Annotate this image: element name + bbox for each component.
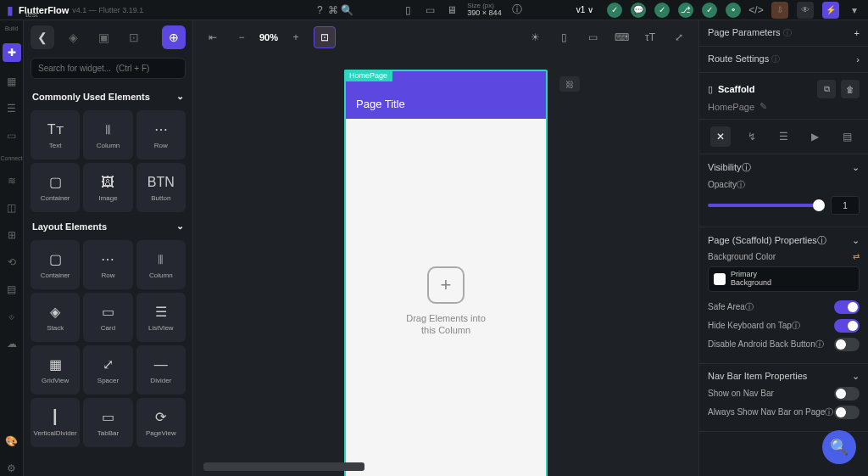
comments-icon[interactable]: 💬 xyxy=(631,3,646,18)
link-icon[interactable]: ⛓ xyxy=(559,76,580,92)
device-tablet-icon[interactable]: ▭ xyxy=(423,3,437,17)
delete-button[interactable]: 🗑 xyxy=(841,80,860,98)
widget-search-input[interactable] xyxy=(31,58,186,79)
rail-widgets-button[interactable]: ✚ xyxy=(3,43,21,62)
opacity-slider[interactable] xyxy=(708,204,824,207)
prop-tab-tools-icon[interactable]: ✕ xyxy=(710,126,731,147)
widget-layout-column[interactable]: ⦀Column xyxy=(136,240,186,289)
opacity-value[interactable]: 1 xyxy=(831,196,860,215)
widget-layout-gridview[interactable]: ▦GridView xyxy=(31,345,80,395)
show-nav-toggle[interactable] xyxy=(834,387,860,400)
bg-color-chip[interactable]: PrimaryBackground xyxy=(708,266,860,292)
keyboard-shortcuts-icon[interactable]: ⌘ xyxy=(326,3,340,17)
always-nav-toggle[interactable] xyxy=(834,406,860,419)
search-icon[interactable]: 🔍 xyxy=(340,3,353,17)
preview-button[interactable]: 👁 xyxy=(797,2,814,19)
widget-layout-verticaldivider[interactable]: ┃VerticalDivider xyxy=(31,398,80,447)
branch-icon[interactable]: ⎇ xyxy=(678,3,693,18)
rail-custom-icon[interactable]: ⟐ xyxy=(4,309,19,324)
search-fab[interactable]: 🔍 xyxy=(822,430,856,464)
safe-area-toggle[interactable] xyxy=(834,300,860,314)
rail-tree-icon[interactable]: ☰ xyxy=(4,101,19,116)
size-value: 390 × 844 xyxy=(467,9,501,17)
hide-keyboard-toggle[interactable] xyxy=(834,319,860,333)
widget-common-column[interactable]: ⦀Column xyxy=(83,110,132,160)
issues-icon[interactable]: ⚬ xyxy=(726,3,741,18)
templates-icon[interactable]: ◈ xyxy=(61,25,85,49)
prop-tab-backend-icon[interactable]: ☰ xyxy=(773,126,793,147)
zoom-in-button[interactable]: + xyxy=(285,26,307,48)
widget-layout-spacer[interactable]: ⤢Spacer xyxy=(83,345,132,395)
section-common-header[interactable]: Commonly Used Elements ⌄ xyxy=(24,86,192,107)
copy-button[interactable]: ⧉ xyxy=(817,80,836,98)
canvas-resize-icon[interactable]: ⤢ xyxy=(668,26,690,48)
run-button[interactable]: ⚡ xyxy=(822,2,839,19)
widget-layout-card[interactable]: ▭Card xyxy=(83,293,132,342)
rail-data-icon[interactable]: ◫ xyxy=(4,200,19,216)
edit-icon[interactable]: ✎ xyxy=(760,101,767,112)
widget-layout-tabbar[interactable]: ▭TabBar xyxy=(83,398,132,447)
rail-storyboard-icon[interactable]: ▭ xyxy=(4,128,19,143)
back-button[interactable]: ❮ xyxy=(31,25,54,49)
device-frame[interactable]: HomePage Page Title + Drag Elements into… xyxy=(344,70,548,476)
widget-layout-listview[interactable]: ☰ListView xyxy=(136,293,186,342)
visibility-header[interactable]: Visibilityⓘ ⌄ xyxy=(708,161,860,174)
rail-appstate-icon[interactable]: ⊞ xyxy=(4,227,19,243)
brightness-icon[interactable]: ☀ xyxy=(524,26,546,48)
canvas-mode-button[interactable]: ⊡ xyxy=(314,26,336,48)
rail-theme-icon[interactable]: 🎨 xyxy=(4,434,19,449)
status-check2-icon[interactable]: ✓ xyxy=(654,3,670,18)
version-dropdown[interactable]: v1 ∨ xyxy=(571,3,598,16)
run-dropdown-icon[interactable]: ▾ xyxy=(848,3,861,17)
prop-tab-docs-icon[interactable]: ▤ xyxy=(837,126,857,147)
device-desktop-icon[interactable]: 🖥 xyxy=(445,3,459,17)
components-icon[interactable]: ▣ xyxy=(92,25,115,49)
drop-zone[interactable]: + Drag Elements intothis Column xyxy=(346,119,546,476)
bg-color-label: Background Color xyxy=(708,252,776,261)
chevron-down-icon: ⌄ xyxy=(852,162,860,173)
widget-common-image[interactable]: 🖼Image xyxy=(83,163,132,212)
widget-layout-container[interactable]: ▢Container xyxy=(31,240,80,289)
rail-pages-icon[interactable]: ▦ xyxy=(4,74,19,89)
image-icon: 🖼 xyxy=(97,174,118,191)
scaffold-props-header[interactable]: Page (Scaffold) Propertiesⓘ ⌄ xyxy=(708,234,860,247)
widget-layout-stack[interactable]: ◈Stack xyxy=(31,293,80,342)
widget-common-text[interactable]: TᴛText xyxy=(31,110,80,160)
prop-tab-actions-icon[interactable]: ↯ xyxy=(742,126,762,147)
add-widget-button[interactable]: ⊕ xyxy=(162,25,186,49)
canvas-keyboard-icon[interactable]: ⌨ xyxy=(610,26,632,48)
fit-icon[interactable]: ⇤ xyxy=(202,26,224,48)
plus-icon[interactable]: + xyxy=(854,28,860,38)
status-check3-icon[interactable]: ✓ xyxy=(702,3,717,18)
page-parameters-row[interactable]: Page Parametersⓘ + xyxy=(699,20,868,47)
widget-layout-row[interactable]: ⋯Row xyxy=(83,240,132,289)
section-layout-header[interactable]: Layout Elements ⌄ xyxy=(24,216,192,237)
prop-tab-animations-icon[interactable]: ▶ xyxy=(805,126,826,147)
canvas-phone-icon[interactable]: ▯ xyxy=(553,26,575,48)
canvas-text-icon[interactable]: τT xyxy=(639,26,661,48)
rail-settings-icon[interactable]: ⚙ xyxy=(4,461,19,476)
rail-api-icon[interactable]: ⟲ xyxy=(4,255,19,270)
size-info-icon[interactable]: ⓘ xyxy=(510,3,524,17)
navbar-props-header[interactable]: Nav Bar Item Properties ⌄ xyxy=(708,371,860,382)
widget-layout-divider[interactable]: —Divider xyxy=(136,345,186,395)
download-button[interactable]: ⇩ xyxy=(771,2,788,19)
canvas-nav-icon[interactable]: ▭ xyxy=(581,26,604,48)
widget-common-container[interactable]: ▢Container xyxy=(31,163,80,212)
status-check-icon[interactable]: ✓ xyxy=(607,3,622,18)
device-phone-icon[interactable]: ▯ xyxy=(401,3,415,17)
rail-media-icon[interactable]: ▤ xyxy=(4,282,19,297)
zoom-out-button[interactable]: − xyxy=(231,26,253,48)
row-icon: ⋯ xyxy=(151,121,171,138)
disable-back-toggle[interactable] xyxy=(834,338,860,351)
widget-common-row[interactable]: ⋯Row xyxy=(136,110,186,160)
canvas-scrollbar[interactable] xyxy=(203,462,364,471)
widget-common-button[interactable]: BTNButton xyxy=(136,163,186,212)
widget-layout-pageview[interactable]: ⟳PageView xyxy=(136,398,186,447)
help-icon[interactable]: ? xyxy=(313,3,326,17)
rail-cloud-icon[interactable]: ☁ xyxy=(4,336,19,351)
code-icon[interactable]: </> xyxy=(749,3,763,17)
route-settings-row[interactable]: Route Settingsⓘ › xyxy=(699,47,868,73)
theme-widgets-icon[interactable]: ⊡ xyxy=(122,25,146,49)
rail-firestore-icon[interactable]: ≋ xyxy=(4,173,19,188)
